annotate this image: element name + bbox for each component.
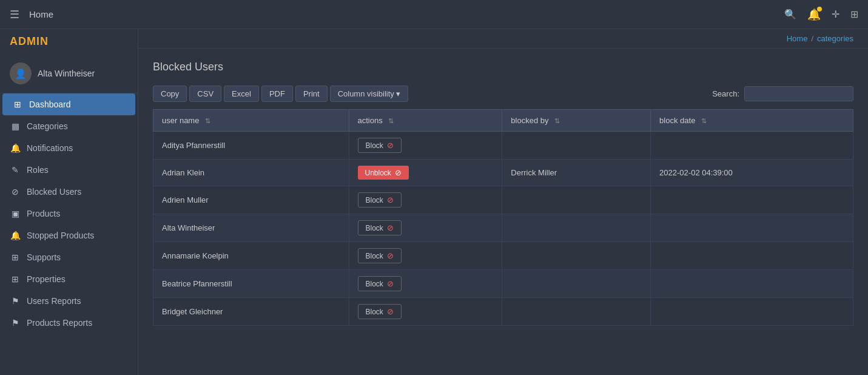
sidebar-item-roles[interactable]: ✎ Roles xyxy=(0,159,138,181)
sidebar-item-label: Blocked Users xyxy=(27,187,81,197)
block-button[interactable]: Block ⊘ xyxy=(358,220,402,235)
properties-icon: ⊞ xyxy=(10,274,21,284)
sidebar: ADMIN 👤 Alta Wintheiser ⊞ Dashboard ▦ Ca… xyxy=(0,29,138,375)
sidebar-item-blocked-users[interactable]: ⊘ Blocked Users xyxy=(0,181,138,203)
dashboard-icon: ⊞ xyxy=(12,100,23,109)
cell-username: Beatrice Pfannerstill xyxy=(153,270,349,298)
cell-block-date xyxy=(651,214,853,242)
topbar: ☰ Home 🔍 🔔 ✛ ⊞ xyxy=(0,0,868,29)
excel-button[interactable]: Excel xyxy=(224,86,259,102)
block-icon: ⊘ xyxy=(387,279,394,288)
sidebar-item-properties[interactable]: ⊞ Properties xyxy=(0,268,138,290)
cell-username: Aditya Pfannerstill xyxy=(153,132,349,160)
cell-action: Block ⊘ xyxy=(349,214,502,242)
sidebar-item-supports[interactable]: ⊞ Supports xyxy=(0,246,138,268)
cell-action: Block ⊘ xyxy=(349,186,502,214)
cell-blocked-by xyxy=(502,214,651,242)
unblock-label: Unblock xyxy=(365,169,391,177)
block-label: Block xyxy=(366,252,383,260)
main-content: Home / categories Blocked Users Copy CSV… xyxy=(138,29,868,375)
blocked-users-icon: ⊘ xyxy=(10,187,21,197)
block-icon: ⊘ xyxy=(387,307,394,316)
unblock-icon: ⊘ xyxy=(395,168,402,177)
cell-action: Block ⊘ xyxy=(349,242,502,270)
grid-icon[interactable]: ⊞ xyxy=(850,8,858,20)
column-visibility-button[interactable]: Column visibility ▾ xyxy=(330,86,409,102)
block-icon: ⊘ xyxy=(387,251,394,260)
block-label: Block xyxy=(366,196,383,204)
sidebar-item-notifications[interactable]: 🔔 Notifications xyxy=(0,137,138,159)
brand-label: ADMIN xyxy=(0,29,138,54)
search-label: Search: xyxy=(712,89,739,98)
block-label: Block xyxy=(366,280,383,288)
cell-blocked-by xyxy=(502,132,651,160)
cell-blocked-by: Derrick Miller xyxy=(502,160,651,186)
cell-username: Annamarie Koelpin xyxy=(153,242,349,270)
sidebar-item-stopped-products[interactable]: 🔔 Stopped Products xyxy=(0,225,138,246)
search-icon[interactable]: 🔍 xyxy=(784,8,796,20)
sort-icon-blocked-by: ⇅ xyxy=(554,117,560,124)
breadcrumb-home[interactable]: Home xyxy=(787,34,808,43)
block-button[interactable]: Block ⊘ xyxy=(358,192,402,208)
breadcrumb-current: categories xyxy=(817,34,853,43)
sidebar-item-users-reports[interactable]: ⚑ Users Reports xyxy=(0,290,138,312)
page-title: Blocked Users xyxy=(153,61,853,73)
sidebar-item-label: Supports xyxy=(27,252,61,262)
cell-username: Adrien Muller xyxy=(153,186,349,214)
sort-icon-actions: ⇅ xyxy=(388,117,394,124)
products-icon: ▣ xyxy=(10,209,21,218)
search-input[interactable] xyxy=(744,86,853,101)
pdf-button[interactable]: PDF xyxy=(261,86,293,102)
cell-action: Unblock ⊘ xyxy=(349,160,502,186)
col-header-block-date[interactable]: block date ⇅ xyxy=(651,110,853,132)
breadcrumb-separator: / xyxy=(811,34,813,43)
table-row: Aditya PfannerstillBlock ⊘ xyxy=(153,132,853,160)
cell-action: Block ⊘ xyxy=(349,298,502,326)
csv-button[interactable]: CSV xyxy=(189,86,221,102)
block-button[interactable]: Block ⊘ xyxy=(358,276,402,291)
bell-icon[interactable]: 🔔 xyxy=(807,8,821,21)
cell-action: Block ⊘ xyxy=(349,270,502,298)
print-button[interactable]: Print xyxy=(295,86,328,102)
users-reports-icon: ⚑ xyxy=(10,296,21,306)
sidebar-item-categories[interactable]: ▦ Categories xyxy=(0,115,138,137)
block-button[interactable]: Block ⊘ xyxy=(358,248,402,263)
sidebar-item-label: Users Reports xyxy=(27,296,81,306)
copy-button[interactable]: Copy xyxy=(153,86,187,102)
toolbar: Copy CSV Excel PDF Print Column visibili… xyxy=(153,86,853,102)
sort-icon-username: ⇅ xyxy=(205,117,210,124)
cell-username: Adrian Klein xyxy=(153,160,349,186)
sidebar-item-label: Products xyxy=(27,209,60,218)
cell-blocked-by xyxy=(502,186,651,214)
supports-icon: ⊞ xyxy=(10,252,21,262)
table-row: Annamarie KoelpinBlock ⊘ xyxy=(153,242,853,270)
block-icon: ⊘ xyxy=(387,223,394,232)
notifications-icon: 🔔 xyxy=(10,143,21,153)
hamburger-icon[interactable]: ☰ xyxy=(10,8,19,21)
block-button[interactable]: Block ⊘ xyxy=(358,138,402,153)
col-header-username[interactable]: user name ⇅ xyxy=(153,110,349,132)
sidebar-item-products[interactable]: ▣ Products xyxy=(0,203,138,225)
cell-block-date xyxy=(651,132,853,160)
layout: ADMIN 👤 Alta Wintheiser ⊞ Dashboard ▦ Ca… xyxy=(0,29,868,375)
block-icon: ⊘ xyxy=(387,195,394,204)
unblock-button[interactable]: Unblock ⊘ xyxy=(358,166,409,180)
breadcrumb: Home / categories xyxy=(138,29,868,49)
roles-icon: ✎ xyxy=(10,165,21,175)
cell-username: Bridget Gleichner xyxy=(153,298,349,326)
categories-icon: ▦ xyxy=(10,121,21,131)
data-table: user name ⇅ actions ⇅ blocked by ⇅ blo xyxy=(153,109,853,326)
col-header-blocked-by[interactable]: blocked by ⇅ xyxy=(502,110,651,132)
stopped-products-icon: 🔔 xyxy=(10,231,21,240)
col-header-actions[interactable]: actions ⇅ xyxy=(349,110,502,132)
block-label: Block xyxy=(366,224,383,232)
sidebar-username: Alta Wintheiser xyxy=(38,69,95,78)
block-button[interactable]: Block ⊘ xyxy=(358,304,402,319)
sidebar-item-label: Categories xyxy=(27,121,68,131)
sidebar-item-products-reports[interactable]: ⚑ Products Reports xyxy=(0,312,138,334)
sort-icon-block-date: ⇅ xyxy=(701,117,707,124)
cell-blocked-by xyxy=(502,298,651,326)
table-row: Beatrice PfannerstillBlock ⊘ xyxy=(153,270,853,298)
sidebar-item-dashboard[interactable]: ⊞ Dashboard xyxy=(2,93,135,115)
settings-icon[interactable]: ✛ xyxy=(832,8,839,20)
